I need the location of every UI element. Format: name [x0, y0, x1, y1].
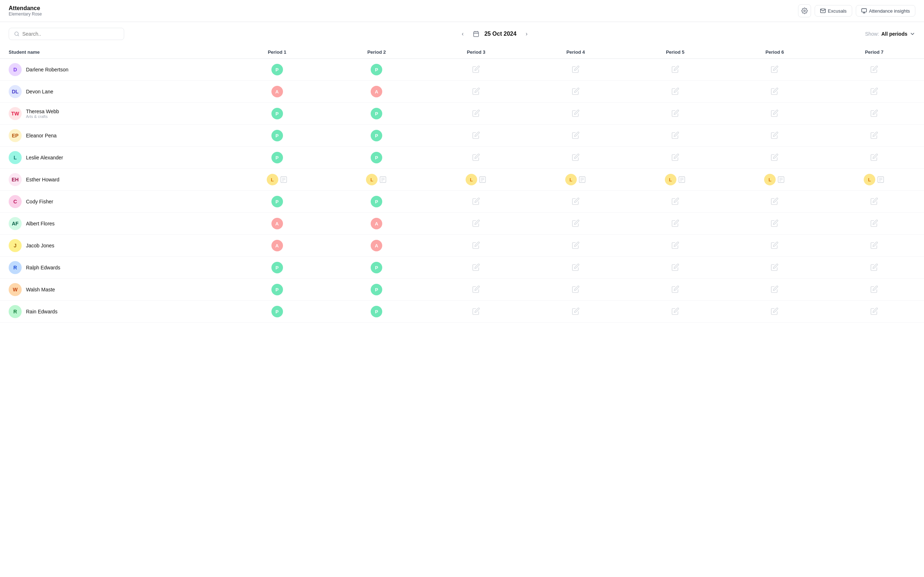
period-4-cell[interactable]: L [526, 169, 625, 191]
edit-attendance-icon[interactable] [572, 285, 580, 293]
table-row[interactable]: C Cody Fisher PP [0, 191, 924, 213]
period-3-cell[interactable] [426, 191, 526, 213]
edit-attendance-icon[interactable] [870, 241, 878, 249]
period-4-cell[interactable] [526, 81, 625, 103]
edit-attendance-icon[interactable] [572, 241, 580, 249]
period-5-cell[interactable] [625, 81, 725, 103]
period-5-cell[interactable] [625, 125, 725, 147]
period-5-cell[interactable] [625, 191, 725, 213]
edit-attendance-icon[interactable] [771, 197, 779, 205]
period-4-cell[interactable] [526, 301, 625, 323]
period-5-cell[interactable]: L [625, 169, 725, 191]
edit-attendance-icon[interactable] [472, 131, 480, 139]
edit-attendance-icon[interactable] [472, 241, 480, 249]
edit-attendance-icon[interactable] [870, 263, 878, 271]
edit-attendance-icon[interactable] [472, 109, 480, 117]
period-3-cell[interactable] [426, 301, 526, 323]
edit-attendance-icon[interactable] [472, 263, 480, 271]
period-5-cell[interactable] [625, 235, 725, 257]
period-3-cell[interactable] [426, 81, 526, 103]
edit-attendance-icon[interactable] [870, 307, 878, 315]
period-2-cell[interactable]: A [327, 213, 426, 235]
table-row[interactable]: R Rain Edwards PP [0, 301, 924, 323]
edit-attendance-icon[interactable] [472, 153, 480, 161]
period-1-cell[interactable]: P [228, 257, 327, 279]
period-1-cell[interactable]: A [228, 235, 327, 257]
period-5-cell[interactable] [625, 59, 725, 81]
period-6-cell[interactable]: L [725, 169, 824, 191]
edit-attendance-icon[interactable] [771, 65, 779, 73]
period-2-cell[interactable]: P [327, 147, 426, 169]
edit-attendance-icon[interactable] [671, 307, 679, 315]
period-6-cell[interactable] [725, 147, 824, 169]
period-7-cell[interactable] [824, 235, 924, 257]
edit-attendance-icon[interactable] [771, 285, 779, 293]
period-1-cell[interactable]: P [228, 301, 327, 323]
period-7-cell[interactable] [824, 213, 924, 235]
period-5-cell[interactable] [625, 301, 725, 323]
period-6-cell[interactable] [725, 279, 824, 301]
period-7-cell[interactable] [824, 147, 924, 169]
period-1-cell[interactable]: P [228, 147, 327, 169]
period-2-cell[interactable]: P [327, 279, 426, 301]
period-2-cell[interactable]: P [327, 301, 426, 323]
table-row[interactable]: R Ralph Edwards PP [0, 257, 924, 279]
period-6-cell[interactable] [725, 257, 824, 279]
edit-attendance-icon[interactable] [771, 241, 779, 249]
period-6-cell[interactable] [725, 125, 824, 147]
table-row[interactable]: EP Eleanor Pena PP [0, 125, 924, 147]
edit-attendance-icon[interactable] [472, 65, 480, 73]
period-3-cell[interactable]: L [426, 169, 526, 191]
period-6-cell[interactable] [725, 301, 824, 323]
excusals-button[interactable]: Excusals [815, 5, 852, 16]
edit-attendance-icon[interactable] [870, 153, 878, 161]
period-4-cell[interactable] [526, 147, 625, 169]
edit-attendance-icon[interactable] [771, 307, 779, 315]
edit-attendance-icon[interactable] [472, 219, 480, 227]
period-7-cell[interactable] [824, 59, 924, 81]
period-4-cell[interactable] [526, 235, 625, 257]
period-3-cell[interactable] [426, 125, 526, 147]
period-3-cell[interactable] [426, 59, 526, 81]
period-7-cell[interactable] [824, 301, 924, 323]
table-row[interactable]: W Walsh Maste PP [0, 279, 924, 301]
period-5-cell[interactable] [625, 279, 725, 301]
period-3-cell[interactable] [426, 103, 526, 125]
edit-attendance-icon[interactable] [572, 153, 580, 161]
period-6-cell[interactable] [725, 103, 824, 125]
period-1-cell[interactable]: P [228, 191, 327, 213]
period-1-cell[interactable]: P [228, 125, 327, 147]
period-7-cell[interactable] [824, 125, 924, 147]
period-2-cell[interactable]: P [327, 103, 426, 125]
edit-attendance-icon[interactable] [572, 263, 580, 271]
table-row[interactable]: TW Theresa Webb Arts & crafts PP [0, 103, 924, 125]
period-2-cell[interactable]: L [327, 169, 426, 191]
period-6-cell[interactable] [725, 191, 824, 213]
edit-attendance-icon[interactable] [572, 109, 580, 117]
period-2-cell[interactable]: P [327, 257, 426, 279]
period-4-cell[interactable] [526, 103, 625, 125]
period-3-cell[interactable] [426, 147, 526, 169]
period-6-cell[interactable] [725, 59, 824, 81]
edit-attendance-icon[interactable] [870, 219, 878, 227]
table-row[interactable]: AF Albert Flores AA [0, 213, 924, 235]
table-row[interactable]: L Leslie Alexander PP [0, 147, 924, 169]
edit-attendance-icon[interactable] [771, 263, 779, 271]
period-5-cell[interactable] [625, 213, 725, 235]
period-4-cell[interactable] [526, 279, 625, 301]
next-date-button[interactable]: › [522, 29, 531, 39]
edit-attendance-icon[interactable] [472, 307, 480, 315]
table-row[interactable]: EH Esther Howard L L [0, 169, 924, 191]
edit-attendance-icon[interactable] [472, 87, 480, 95]
period-4-cell[interactable] [526, 59, 625, 81]
period-2-cell[interactable]: P [327, 191, 426, 213]
table-row[interactable]: D Darlene Robertson PP [0, 59, 924, 81]
edit-attendance-icon[interactable] [771, 131, 779, 139]
period-1-cell[interactable]: A [228, 81, 327, 103]
period-3-cell[interactable] [426, 279, 526, 301]
period-7-cell[interactable] [824, 257, 924, 279]
period-3-cell[interactable] [426, 257, 526, 279]
edit-attendance-icon[interactable] [771, 109, 779, 117]
period-1-cell[interactable]: L [228, 169, 327, 191]
edit-attendance-icon[interactable] [572, 131, 580, 139]
